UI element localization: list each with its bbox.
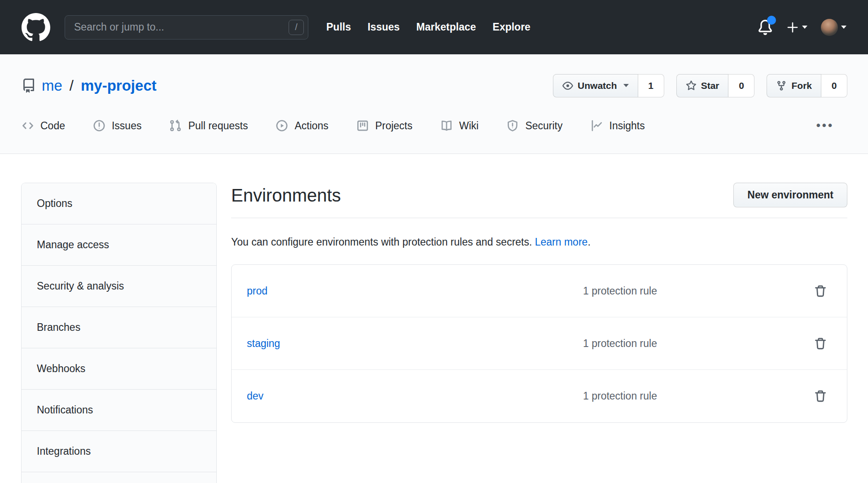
breadcrumb-repo-link[interactable]: my-project [81,77,157,94]
fork-count[interactable]: 0 [821,74,847,97]
breadcrumb-separator: / [68,77,75,94]
notification-dot [767,16,776,25]
trash-icon [814,336,827,351]
code-icon [22,119,34,132]
sidebar-item-webhooks[interactable]: Webhooks [22,348,216,390]
tab-actions[interactable]: Actions [276,113,328,144]
graph-icon [591,119,603,132]
notifications-button[interactable] [758,20,773,35]
environment-row-staging: staging 1 protection rule [232,317,847,370]
description-period: . [587,236,590,248]
delete-environment-button[interactable] [812,334,829,353]
description-text: You can configure environments with prot… [231,236,535,248]
star-button[interactable]: Star [676,74,729,97]
nav-issues[interactable]: Issues [368,21,400,33]
trash-icon [814,284,827,299]
shield-icon [506,119,519,132]
star-button-group: Star 0 [676,74,755,97]
repo-tabs: Code Issues Pull requests [22,113,847,144]
search-input[interactable] [65,15,308,40]
tab-security[interactable]: Security [506,113,562,144]
chevron-down-icon [623,84,629,87]
repo-icon [22,79,36,93]
repo-actions: Unwatch 1 Star 0 [553,74,847,97]
repo-header: me / my-project Unwatch 1 [0,54,868,154]
sidebar-item-branches[interactable]: Branches [22,307,216,348]
sidebar-item-security-analysis[interactable]: Security & analysis [22,266,216,307]
trash-icon [814,389,827,404]
fork-icon [776,80,787,91]
breadcrumb-owner-link[interactable]: me [42,77,62,94]
sidebar-item-manage-access[interactable]: Manage access [22,224,216,266]
create-new-button[interactable] [786,21,807,34]
settings-sidebar: Options Manage access Security & analysi… [21,183,217,483]
page-description: You can configure environments with prot… [231,235,847,249]
environment-row-prod: prod 1 protection rule [232,265,847,317]
avatar [821,19,838,36]
book-icon [440,119,453,132]
environment-link-prod[interactable]: prod [247,285,583,297]
nav-marketplace[interactable]: Marketplace [416,21,476,33]
star-count[interactable]: 0 [728,74,754,97]
breadcrumb: me / my-project [22,77,157,94]
sidebar-item-options[interactable]: Options [22,183,216,224]
settings-content: Options Manage access Security & analysi… [0,154,868,483]
tab-code[interactable]: Code [22,113,65,144]
play-circle-icon [276,119,288,132]
protection-rule-count: 1 protection rule [583,390,812,402]
top-nav: Pulls Issues Marketplace Explore [326,21,530,33]
new-environment-button[interactable]: New environment [733,183,847,207]
learn-more-link[interactable]: Learn more [535,236,588,248]
issue-icon [93,119,105,132]
sidebar-item-notifications[interactable]: Notifications [22,390,216,431]
sidebar-item-partial [22,472,216,483]
tab-wiki[interactable]: Wiki [440,113,478,144]
tab-insights[interactable]: Insights [591,113,645,144]
plus-icon [786,21,799,34]
project-board-icon [356,119,369,132]
tab-projects[interactable]: Projects [356,113,412,144]
environments-panel: Environments New environment You can con… [231,183,847,483]
unwatch-button[interactable]: Unwatch [553,74,638,97]
github-logo-icon[interactable] [22,13,50,42]
fork-button-group: Fork 0 [767,74,847,97]
environments-list: prod 1 protection rule staging 1 protect… [231,264,847,423]
star-icon [686,80,697,91]
environment-link-staging[interactable]: staging [247,338,583,350]
tab-issues[interactable]: Issues [93,113,141,144]
title-divider [231,218,847,218]
sidebar-item-integrations[interactable]: Integrations [22,431,216,472]
protection-rule-count: 1 protection rule [583,285,812,297]
nav-explore[interactable]: Explore [493,21,530,33]
delete-environment-button[interactable] [812,282,829,300]
eye-icon [562,80,573,91]
page-title: Environments [231,184,341,206]
watch-count[interactable]: 1 [638,74,664,97]
chevron-down-icon [841,26,846,29]
fork-button[interactable]: Fork [767,74,821,97]
tab-pull-requests[interactable]: Pull requests [169,113,248,144]
chevron-down-icon [802,26,807,29]
protection-rule-count: 1 protection rule [583,338,812,350]
pull-request-icon [169,119,182,132]
search-box: / [65,15,308,40]
environment-row-dev: dev 1 protection rule [232,370,847,422]
nav-pulls[interactable]: Pulls [326,21,351,33]
watch-button-group: Unwatch 1 [553,74,664,97]
top-header: / Pulls Issues Marketplace Explore [0,0,868,54]
user-menu-button[interactable] [821,19,846,36]
delete-environment-button[interactable] [812,387,829,405]
slash-shortcut-key: / [289,20,304,35]
environment-link-dev[interactable]: dev [247,390,583,402]
tabs-overflow-button[interactable]: ••• [816,119,834,139]
